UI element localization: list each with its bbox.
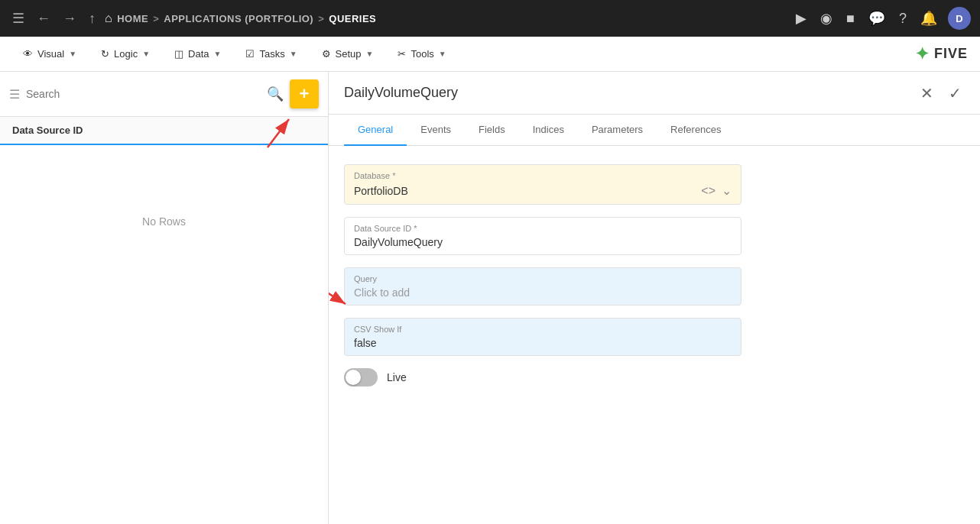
database-group: Database * PortfolioDB <> ⌄ (344, 164, 741, 205)
breadcrumb: ⌂ HOME > APPLICATIONS (PORTFOLIO) > QUER… (105, 11, 787, 25)
query-group: Query Click to add (344, 267, 741, 306)
menu-bar: 👁 Visual ▼ ↻ Logic ▼ ◫ Data ▼ ☑ Tasks ▼ … (0, 37, 980, 72)
stop-icon[interactable]: ■ (843, 8, 858, 30)
breadcrumb-sep-2: > (318, 13, 324, 24)
confirm-button[interactable]: ✓ (946, 81, 965, 105)
forward-icon[interactable]: → (60, 8, 80, 30)
tab-indices[interactable]: Indices (519, 115, 578, 146)
tab-references[interactable]: References (657, 115, 735, 146)
play-icon[interactable]: ▶ (793, 7, 810, 30)
datasource-value: DailyVolumeQuery (354, 236, 443, 248)
datasource-group: Data Source ID * DailyVolumeQuery (344, 217, 741, 255)
sidebar-column-header: Data Source ID (0, 117, 328, 145)
visual-label: Visual (37, 48, 64, 60)
bell-icon[interactable]: 🔔 (917, 7, 940, 30)
brand-label: FIVE (934, 46, 968, 62)
preview-icon[interactable]: ◉ (817, 7, 836, 30)
search-icon[interactable]: 🔍 (267, 86, 284, 102)
menu-setup[interactable]: ⚙ Setup ▼ (311, 42, 385, 66)
live-toggle-row: Live (344, 368, 965, 387)
data-chevron: ▼ (214, 50, 222, 58)
menu-tasks[interactable]: ☑ Tasks ▼ (235, 42, 307, 66)
tools-icon: ✂ (398, 48, 406, 60)
up-icon[interactable]: ↑ (86, 8, 99, 30)
csv-value: false (354, 337, 377, 349)
add-icon: + (300, 84, 310, 104)
database-value: PortfolioDB (354, 185, 408, 197)
brand-logo: ✦ FIVE (915, 44, 968, 64)
tab-parameters[interactable]: Parameters (578, 115, 657, 146)
data-icon: ◫ (174, 48, 183, 60)
data-label: Data (188, 48, 209, 60)
menu-logic[interactable]: ↻ Logic ▼ (90, 42, 161, 66)
live-label: Live (387, 371, 407, 383)
csv-label: CSV Show If (354, 325, 732, 334)
setup-chevron: ▼ (366, 50, 374, 58)
breadcrumb-apps[interactable]: APPLICATIONS (PORTFOLIO) (164, 13, 313, 24)
help-icon[interactable]: ? (896, 8, 910, 30)
search-input[interactable] (26, 88, 261, 100)
menu-data[interactable]: ◫ Data ▼ (164, 42, 232, 66)
top-nav-right: ▶ ◉ ■ 💬 ? 🔔 D (793, 7, 971, 30)
tasks-icon: ☑ (245, 48, 255, 60)
setup-label: Setup (336, 48, 362, 60)
database-expand-btn[interactable]: ⌄ (722, 183, 732, 198)
tasks-label: Tasks (259, 48, 284, 60)
sidebar-list: No Rows (0, 145, 328, 524)
logic-icon: ↻ (101, 48, 109, 60)
brand-star: ✦ (915, 44, 930, 64)
query-placeholder: Click to add (354, 286, 410, 299)
logic-chevron: ▼ (142, 50, 150, 58)
datasource-label: Data Source ID * (354, 224, 732, 233)
logic-label: Logic (114, 48, 138, 60)
database-code-btn[interactable]: <> (701, 183, 716, 198)
no-rows-label: No Rows (0, 145, 328, 298)
datasource-field[interactable]: Data Source ID * DailyVolumeQuery (344, 217, 741, 255)
tab-fields[interactable]: Fields (465, 115, 519, 146)
visual-icon: 👁 (23, 48, 33, 60)
live-toggle[interactable] (344, 368, 378, 387)
sidebar-search-area: ☰ 🔍 + (0, 72, 328, 117)
csv-field[interactable]: CSV Show If false (344, 318, 741, 356)
query-label: Query (354, 274, 732, 283)
menu-icon[interactable]: ☰ (9, 7, 28, 30)
content-area: DailyVolumeQuery ✕ ✓ General Events Fiel… (329, 72, 980, 524)
tools-label: Tools (410, 48, 433, 60)
content-title: DailyVolumeQuery (344, 85, 917, 101)
close-button[interactable]: ✕ (917, 81, 936, 105)
tabs: General Events Fields Indices Parameters… (329, 115, 980, 146)
home-icon: ⌂ (105, 11, 112, 25)
breadcrumb-sep-1: > (153, 13, 159, 24)
database-label: Database * (354, 171, 732, 180)
toggle-knob (346, 370, 361, 385)
menu-tools[interactable]: ✂ Tools ▼ (387, 42, 456, 66)
visual-chevron: ▼ (69, 50, 76, 58)
tab-general[interactable]: General (344, 115, 407, 146)
database-field[interactable]: Database * PortfolioDB <> ⌄ (344, 164, 741, 205)
tasks-chevron: ▼ (290, 50, 297, 58)
breadcrumb-home[interactable]: HOME (117, 13, 148, 24)
top-nav: ☰ ← → ↑ ⌂ HOME > APPLICATIONS (PORTFOLIO… (0, 0, 980, 37)
sidebar: ☰ 🔍 + Data Source ID No Rows (0, 72, 329, 524)
tools-chevron: ▼ (439, 50, 446, 58)
tab-events[interactable]: Events (407, 115, 465, 146)
content-header: DailyVolumeQuery ✕ ✓ (329, 72, 980, 115)
avatar[interactable]: D (948, 7, 971, 30)
query-field[interactable]: Query Click to add (344, 267, 741, 306)
breadcrumb-queries[interactable]: QUERIES (329, 13, 376, 24)
data-source-id-header: Data Source ID (12, 125, 83, 136)
chat-icon[interactable]: 💬 (865, 7, 888, 30)
csv-group: CSV Show If false (344, 318, 741, 356)
header-actions: ✕ ✓ (917, 81, 965, 105)
menu-visual[interactable]: 👁 Visual ▼ (12, 42, 87, 66)
svg-line-3 (329, 286, 346, 304)
filter-icon: ☰ (9, 87, 20, 102)
setup-icon: ⚙ (322, 48, 331, 60)
add-button[interactable]: + (290, 79, 319, 108)
back-icon[interactable]: ← (34, 8, 54, 30)
main-layout: ☰ 🔍 + Data Source ID No Rows (0, 72, 980, 524)
form-area: Database * PortfolioDB <> ⌄ Data Source … (329, 146, 980, 524)
